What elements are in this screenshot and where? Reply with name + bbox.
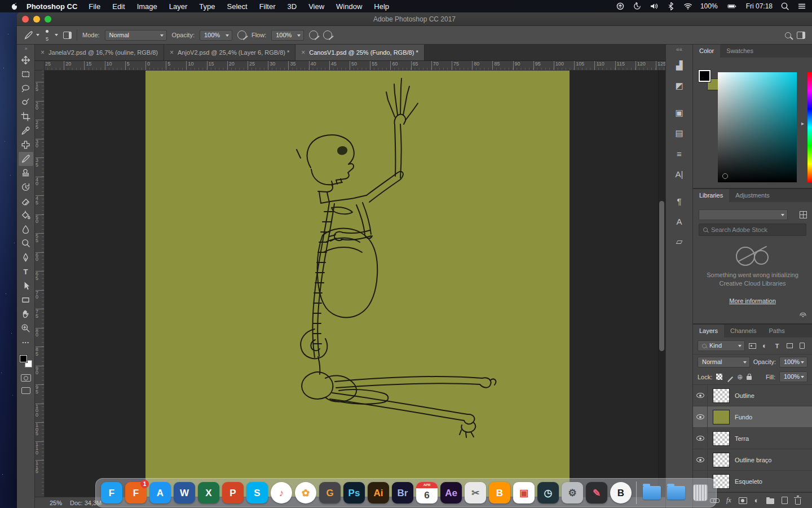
dock-bbedit[interactable]: B: [610, 482, 632, 503]
lasso-tool[interactable]: [19, 81, 33, 95]
type-tool[interactable]: T: [19, 265, 33, 279]
move-tool[interactable]: [19, 53, 33, 67]
character-panel-icon[interactable]: A|: [670, 165, 689, 183]
dock-garageband[interactable]: G: [319, 482, 341, 503]
tab-adjustments[interactable]: Adjustments: [729, 189, 776, 202]
layer-visibility-toggle[interactable]: [693, 449, 708, 470]
info-panel-icon[interactable]: ▤: [670, 124, 689, 142]
library-select-dropdown[interactable]: [699, 209, 788, 220]
new-group-icon[interactable]: [766, 498, 774, 504]
workspace-switcher-icon[interactable]: [797, 32, 805, 39]
expand-panels-icon[interactable]: ««: [676, 46, 682, 54]
dock-excel[interactable]: X: [198, 482, 219, 503]
dock-time-machine[interactable]: ◷: [537, 482, 559, 503]
dock-bridge[interactable]: Br: [392, 482, 413, 503]
blur-tool[interactable]: [19, 222, 33, 237]
delete-layer-icon[interactable]: [795, 498, 801, 505]
history-brush-tool[interactable]: [19, 180, 33, 194]
paragraph-panel-icon[interactable]: ¶: [670, 192, 689, 210]
lock-transparency-icon[interactable]: [716, 374, 722, 380]
filter-type-layers-icon[interactable]: T: [772, 341, 782, 351]
dock-word[interactable]: W: [174, 482, 195, 503]
hue-slider[interactable]: [807, 72, 812, 182]
tab-channels[interactable]: Channels: [724, 325, 762, 338]
dock-illustrator[interactable]: Ai: [368, 482, 389, 503]
3d-panel-icon[interactable]: ▱: [670, 233, 689, 251]
layer-row[interactable]: Fundo: [693, 406, 812, 428]
menu-item-type[interactable]: Type: [199, 2, 215, 11]
eyedropper-tool[interactable]: [19, 124, 33, 138]
quick-mask-button[interactable]: [21, 374, 31, 382]
tools-collapse-icon[interactable]: ››: [25, 46, 27, 53]
zoom-tool[interactable]: [19, 321, 33, 335]
pen-tool[interactable]: [19, 251, 33, 265]
brush-tool[interactable]: [19, 152, 33, 166]
bucket-tool[interactable]: [19, 208, 33, 222]
adobe-stock-search-field[interactable]: Search Adobe Stock: [699, 224, 806, 236]
clone-source-panel-icon[interactable]: ▣: [670, 104, 689, 122]
layer-row[interactable]: Outline braço: [693, 449, 812, 471]
layer-row[interactable]: Terra: [693, 428, 812, 449]
layer-visibility-toggle[interactable]: [693, 406, 708, 427]
dodge-tool[interactable]: [19, 237, 33, 251]
color-picker-cursor[interactable]: [722, 173, 728, 179]
volume-menu-icon[interactable]: [650, 2, 659, 11]
window-title-bar[interactable]: Adobe Photoshop CC 2017: [17, 12, 812, 26]
dock-app-store[interactable]: A: [149, 482, 171, 503]
foreground-color-swatch[interactable]: [699, 70, 710, 82]
filter-shape-layers-icon[interactable]: [784, 341, 795, 351]
zoom-level[interactable]: 25%: [50, 500, 62, 506]
menu-item-filter[interactable]: Filter: [259, 2, 276, 11]
lock-all-icon[interactable]: [747, 376, 752, 380]
filter-smart-objects-icon[interactable]: [797, 341, 807, 351]
menu-item-image[interactable]: Image: [137, 2, 157, 11]
tab-libraries[interactable]: Libraries: [693, 189, 729, 202]
sync-status-icon[interactable]: [798, 311, 807, 320]
active-tool-indicator[interactable]: [24, 30, 39, 40]
glyphs-panel-icon[interactable]: A: [670, 212, 689, 230]
tab-close-icon[interactable]: ×: [301, 49, 305, 56]
layer-visibility-toggle[interactable]: [693, 428, 708, 449]
dock-powerpoint[interactable]: P: [222, 482, 244, 503]
menu-bar-clock[interactable]: Fri 07:18: [746, 2, 773, 10]
eraser-tool[interactable]: [19, 194, 33, 208]
dock-documents-folder[interactable]: [665, 482, 687, 503]
time-machine-menu-icon[interactable]: [633, 2, 642, 11]
screen-mode-button[interactable]: [21, 387, 30, 394]
spotlight-icon[interactable]: [780, 2, 789, 11]
dock-system-preferences[interactable]: ⚙: [562, 482, 583, 503]
panel-flyout-arrow[interactable]: ▸: [801, 120, 804, 126]
layer-row[interactable]: Outline: [693, 385, 812, 406]
tab-swatches[interactable]: Swatches: [720, 45, 760, 58]
blend-mode-dropdown[interactable]: Normal: [105, 30, 167, 41]
tab-paths[interactable]: Paths: [763, 325, 791, 338]
cloud-app-menu-icon[interactable]: [616, 2, 625, 11]
dock-downloads-folder[interactable]: [641, 482, 663, 503]
layer-blend-mode-dropdown[interactable]: Normal: [698, 357, 750, 367]
dock-trash[interactable]: [690, 482, 711, 503]
navigator-panel-icon[interactable]: ◩: [670, 77, 689, 95]
document-tab[interactable]: ×AnjoV2.psd @ 25,4% (Layer 6, RGB/8) *: [164, 45, 295, 60]
document-tab[interactable]: ×CanosV1.psd @ 25% (Fundo, RGB/8) *: [295, 45, 424, 60]
hand-tool[interactable]: [19, 307, 33, 321]
dock-itunes[interactable]: ♪: [271, 482, 292, 503]
foreground-color-swatch[interactable]: [20, 355, 27, 362]
vertical-scrollbar-thumb[interactable]: [659, 201, 664, 351]
document-tab[interactable]: ×JanelaV2.psd @ 16,7% (ouline, RGB/8): [35, 45, 164, 60]
layer-thumbnail[interactable]: [713, 453, 730, 467]
dock-photos[interactable]: ✿: [295, 482, 316, 503]
dock-after-effects[interactable]: Ae: [440, 482, 462, 503]
toggle-brush-panel-icon[interactable]: [63, 32, 72, 39]
path-select-tool[interactable]: [19, 279, 33, 293]
dock-skype[interactable]: S: [246, 482, 268, 503]
crop-tool[interactable]: [19, 110, 33, 124]
menu-item-help[interactable]: Help: [374, 2, 389, 11]
tab-layers[interactable]: Layers: [693, 325, 724, 338]
tab-close-icon[interactable]: ×: [170, 49, 174, 56]
filter-adjustment-layers-icon[interactable]: ◐: [760, 341, 770, 351]
properties-panel-icon[interactable]: ≡: [670, 144, 689, 163]
new-adjustment-layer-icon[interactable]: ◐: [754, 497, 759, 504]
airbrush-icon[interactable]: [309, 30, 318, 40]
new-layer-icon[interactable]: [782, 497, 788, 504]
dock-ibooks[interactable]: B: [489, 482, 510, 503]
